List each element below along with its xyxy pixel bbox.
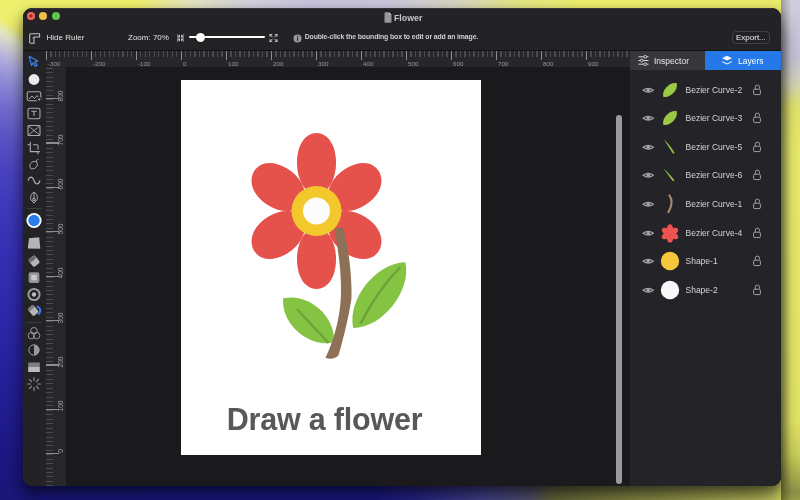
svg-text:Draw a flower: Draw a flower [227, 402, 423, 436]
svg-text:Flower: Flower [394, 13, 423, 23]
